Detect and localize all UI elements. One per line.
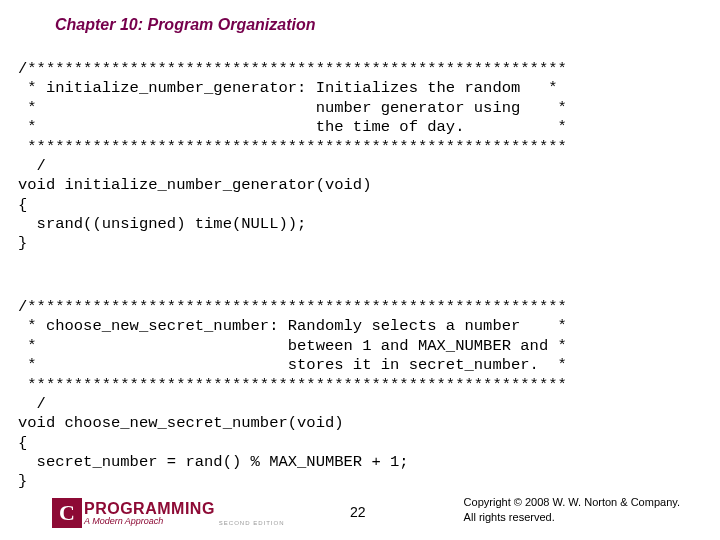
code-block-initialize: /***************************************… (18, 60, 567, 254)
logo-subtitle: A Modern Approach (84, 517, 215, 526)
chapter-title: Chapter 10: Program Organization (55, 16, 316, 34)
logo-main-text: PROGRAMMING (84, 501, 215, 517)
copyright-line1: Copyright © 2008 W. W. Norton & Company. (464, 495, 680, 509)
logo-text: PROGRAMMING A Modern Approach (84, 501, 215, 526)
logo-edition: SECOND EDITION (219, 520, 285, 526)
copyright-text: Copyright © 2008 W. W. Norton & Company.… (464, 495, 680, 524)
book-logo: C PROGRAMMING A Modern Approach SECOND E… (52, 498, 285, 528)
code-block-choose: /***************************************… (18, 298, 567, 492)
copyright-line2: All rights reserved. (464, 510, 680, 524)
logo-c-icon: C (52, 498, 82, 528)
page-number: 22 (350, 504, 366, 520)
footer: C PROGRAMMING A Modern Approach SECOND E… (0, 494, 720, 530)
